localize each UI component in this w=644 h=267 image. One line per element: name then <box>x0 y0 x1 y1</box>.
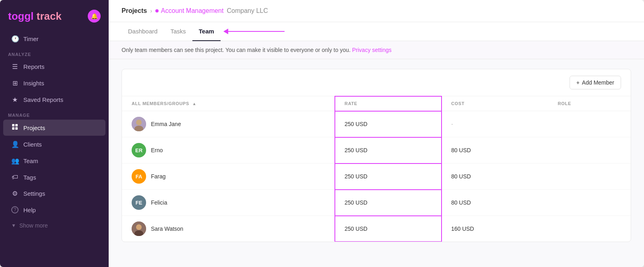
logo: toggl track <box>8 10 62 23</box>
table-row: FA Farag 250 USD 80 USD <box>122 164 631 190</box>
sidebar-logo-area: toggl track 🔔 <box>0 0 109 31</box>
team-card: + Add Member ALL MEMBERS/GROUPS ▲ RATE <box>122 69 631 242</box>
sidebar-item-label-clients: Clients <box>23 141 42 148</box>
cost-cell: 80 USD <box>442 164 548 190</box>
saved-reports-icon: ★ <box>11 96 19 103</box>
breadcrumb-separator: › <box>150 8 152 14</box>
avatar: FE <box>132 195 146 210</box>
tabs-bar: Dashboard Tasks Team <box>109 22 644 41</box>
notification-bell[interactable]: 🔔 <box>88 10 101 23</box>
sidebar-item-label-tags: Tags <box>23 174 36 181</box>
manage-section-label: MANAGE <box>0 108 109 119</box>
reports-icon: ☰ <box>11 63 19 70</box>
breadcrumb-root[interactable]: Projects <box>122 7 147 14</box>
sidebar-item-clients[interactable]: 👤 Clients <box>3 137 105 152</box>
member-name: Emma Jane <box>151 121 181 127</box>
team-content: + Add Member ALL MEMBERS/GROUPS ▲ RATE <box>109 59 644 267</box>
col-header-members-label: ALL MEMBERS/GROUPS <box>132 101 189 106</box>
cost-value: 80 USD <box>451 173 471 180</box>
sidebar-item-label-reports: Reports <box>23 63 45 70</box>
col-header-rate-label: RATE <box>345 101 357 106</box>
member-name: Farag <box>151 173 166 180</box>
sidebar-item-projects[interactable]: Projects <box>3 120 105 136</box>
sidebar-item-settings[interactable]: ⚙ Settings <box>3 186 105 201</box>
cost-cell: 160 USD <box>442 216 548 242</box>
arrow-line <box>228 31 285 32</box>
add-icon: + <box>576 79 580 86</box>
rate-cell: 250 USD <box>335 216 442 242</box>
rate-value: 250 USD <box>345 121 367 127</box>
member-name-cell: Sara Watson <box>122 216 335 242</box>
rate-cell: 250 USD <box>335 164 442 190</box>
rate-cell: 250 USD <box>335 137 442 164</box>
sidebar-item-label-help: Help <box>23 207 36 213</box>
sidebar-item-label-projects: Projects <box>23 124 45 131</box>
breadcrumb-current: Account Management <box>155 7 224 14</box>
avatar <box>132 117 146 131</box>
member-name: Erno <box>151 147 163 153</box>
cost-value: 80 USD <box>451 147 471 153</box>
arrow-annotation <box>224 29 285 34</box>
insights-icon: ⊞ <box>11 79 19 87</box>
members-table: ALL MEMBERS/GROUPS ▲ RATE COST ROLE <box>122 96 631 242</box>
add-member-button[interactable]: + Add Member <box>570 76 621 89</box>
breadcrumb-project-name[interactable]: Account Management <box>161 7 224 14</box>
col-header-cost-label: COST <box>451 101 464 106</box>
member-name: Sara Watson <box>151 226 183 232</box>
show-more-label: Show more <box>19 222 48 229</box>
sidebar-item-team[interactable]: 👥 Team <box>3 153 105 169</box>
col-header-role-label: ROLE <box>558 101 571 106</box>
tab-dashboard[interactable]: Dashboard <box>122 22 164 41</box>
rate-value: 250 USD <box>345 147 367 153</box>
rate-cell: 250 USD <box>335 190 442 216</box>
cost-value: 80 USD <box>451 199 471 206</box>
cost-cell: 80 USD <box>442 137 548 164</box>
avatar <box>132 221 146 236</box>
table-row: Emma Jane 250 USD - <box>122 111 631 137</box>
sidebar: toggl track 🔔 🕐 Timer ANALYZE ☰ Reports … <box>0 0 109 267</box>
sidebar-item-tags[interactable]: 🏷 Tags <box>3 170 105 185</box>
svg-point-5 <box>136 120 142 125</box>
col-header-members: ALL MEMBERS/GROUPS ▲ <box>122 96 335 111</box>
chevron-down-icon: ▼ <box>11 223 16 228</box>
sidebar-item-saved-reports[interactable]: ★ Saved Reports <box>3 92 105 108</box>
privacy-settings-link[interactable]: Privacy settings <box>352 47 392 53</box>
member-name-cell: FE Felicia <box>122 190 335 216</box>
role-cell <box>548 216 631 242</box>
main-content: Projects › Account Management Company LL… <box>109 0 644 267</box>
tab-tasks[interactable]: Tasks <box>164 22 192 41</box>
add-member-label: Add Member <box>582 79 614 86</box>
svg-rect-0 <box>12 124 14 126</box>
cost-cell: - <box>442 111 548 137</box>
tab-team[interactable]: Team <box>192 22 221 41</box>
table-row: FE Felicia 250 USD 80 USD <box>122 190 631 216</box>
role-cell <box>548 190 631 216</box>
sort-icon[interactable]: ▲ <box>192 101 197 106</box>
avatar: ER <box>132 143 146 157</box>
breadcrumb-sub: Company LLC <box>227 7 268 14</box>
info-message: Only team members can see this project. … <box>122 47 351 53</box>
tags-icon: 🏷 <box>11 174 19 181</box>
col-header-cost: COST <box>442 96 548 111</box>
sidebar-item-help[interactable]: ? Help <box>3 202 105 217</box>
role-cell <box>548 111 631 137</box>
cost-value: - <box>451 121 453 127</box>
member-name-cell: FA Farag <box>122 164 335 190</box>
sidebar-item-timer[interactable]: 🕐 Timer <box>3 31 105 47</box>
sidebar-item-label-settings: Settings <box>23 190 45 197</box>
member-name-cell: ER Erno <box>122 137 335 164</box>
timer-icon: 🕐 <box>11 35 19 43</box>
svg-rect-3 <box>15 127 18 130</box>
breadcrumb: Projects › Account Management Company LL… <box>109 0 644 22</box>
show-more[interactable]: ▼ Show more <box>3 218 105 233</box>
sidebar-item-insights[interactable]: ⊞ Insights <box>3 75 105 91</box>
member-name: Felicia <box>151 199 167 206</box>
svg-point-8 <box>136 224 142 230</box>
sidebar-item-label-team: Team <box>23 157 38 164</box>
settings-icon: ⚙ <box>11 190 19 197</box>
sidebar-item-reports[interactable]: ☰ Reports <box>3 59 105 75</box>
arrow-head <box>223 29 228 34</box>
info-bar: Only team members can see this project. … <box>109 41 644 59</box>
team-card-header: + Add Member <box>122 69 631 96</box>
table-row: ER Erno 250 USD 80 USD <box>122 137 631 164</box>
